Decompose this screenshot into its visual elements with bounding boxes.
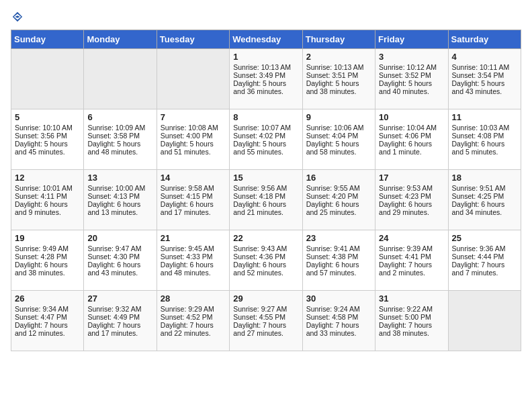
sunset-text: Sunset: 3:54 PM: [452, 71, 504, 79]
day-number: 3: [379, 52, 444, 62]
day-number: 2: [306, 52, 371, 62]
daylight-text: Daylight: 7 hours and 17 minutes.: [87, 321, 140, 337]
sunset-text: Sunset: 4:23 PM: [379, 192, 431, 200]
sunset-text: Sunset: 4:25 PM: [452, 192, 504, 200]
day-number: 5: [15, 112, 80, 122]
calendar-cell: 9Sunrise: 10:06 AMSunset: 4:04 PMDayligh…: [302, 109, 375, 170]
day-number: 22: [233, 233, 298, 243]
daylight-text: Daylight: 6 hours and 9 minutes.: [15, 200, 68, 216]
day-number: 9: [306, 112, 371, 122]
day-number: 27: [87, 293, 152, 304]
sunrise-text: Sunrise: 9:32 AM: [87, 305, 141, 313]
sunset-text: Sunset: 4:13 PM: [87, 192, 140, 200]
sunset-text: Sunset: 5:00 PM: [379, 313, 431, 321]
daylight-text: Daylight: 7 hours and 33 minutes.: [306, 321, 359, 337]
sunrise-text: Sunrise: 10:12 AM: [379, 63, 437, 71]
calendar-cell: [448, 291, 521, 351]
sunset-text: Sunset: 4:00 PM: [161, 132, 213, 140]
daylight-text: Daylight: 7 hours and 22 minutes.: [161, 321, 214, 337]
daylight-text: Daylight: 5 hours and 51 minutes.: [161, 140, 214, 156]
calendar-week-row: 26Sunrise: 9:34 AMSunset: 4:47 PMDayligh…: [11, 291, 521, 351]
daylight-text: Daylight: 7 hours and 38 minutes.: [379, 321, 432, 337]
weekday-header: Saturday: [448, 30, 521, 49]
calendar-cell: 15Sunrise: 9:56 AMSunset: 4:18 PMDayligh…: [230, 170, 302, 230]
calendar-week-row: 19Sunrise: 9:49 AMSunset: 4:28 PMDayligh…: [11, 230, 521, 291]
day-number: 31: [379, 293, 444, 304]
sunset-text: Sunset: 4:58 PM: [306, 313, 359, 321]
daylight-text: Daylight: 6 hours and 43 minutes.: [87, 261, 140, 277]
calendar-week-row: 1Sunrise: 10:13 AMSunset: 3:49 PMDayligh…: [11, 49, 521, 109]
calendar-cell: 8Sunrise: 10:07 AMSunset: 4:02 PMDayligh…: [230, 109, 302, 170]
daylight-text: Daylight: 6 hours and 25 minutes.: [306, 200, 359, 216]
calendar-cell: 28Sunrise: 9:29 AMSunset: 4:52 PMDayligh…: [157, 291, 229, 351]
calendar-cell: 12Sunrise: 10:01 AMSunset: 4:11 PMDaylig…: [11, 170, 84, 230]
day-number: 4: [452, 52, 517, 62]
sunset-text: Sunset: 3:51 PM: [306, 71, 359, 79]
sunrise-text: Sunrise: 9:49 AM: [15, 244, 69, 253]
sunrise-text: Sunrise: 10:07 AM: [233, 124, 291, 132]
calendar-cell: 3Sunrise: 10:12 AMSunset: 3:52 PMDayligh…: [375, 49, 448, 109]
daylight-text: Daylight: 5 hours and 43 minutes.: [452, 79, 505, 95]
sunrise-text: Sunrise: 10:03 AM: [452, 124, 510, 132]
calendar-cell: 14Sunrise: 9:58 AMSunset: 4:15 PMDayligh…: [157, 170, 229, 230]
sunrise-text: Sunrise: 9:53 AM: [379, 184, 433, 192]
sunset-text: Sunset: 3:56 PM: [15, 132, 67, 140]
sunset-text: Sunset: 4:28 PM: [15, 253, 67, 261]
sunrise-text: Sunrise: 10:00 AM: [87, 184, 145, 192]
day-number: 20: [87, 233, 152, 243]
sunset-text: Sunset: 4:49 PM: [87, 313, 140, 321]
sunrise-text: Sunrise: 9:51 AM: [452, 184, 506, 192]
calendar-cell: 30Sunrise: 9:24 AMSunset: 4:58 PMDayligh…: [302, 291, 375, 351]
daylight-text: Daylight: 5 hours and 58 minutes.: [306, 140, 359, 156]
sunrise-text: Sunrise: 9:29 AM: [161, 305, 214, 313]
daylight-text: Daylight: 6 hours and 48 minutes.: [161, 261, 214, 277]
sunset-text: Sunset: 4:06 PM: [379, 132, 431, 140]
calendar-cell: [157, 49, 229, 109]
sunset-text: Sunset: 4:30 PM: [87, 253, 140, 261]
calendar-cell: 25Sunrise: 9:36 AMSunset: 4:44 PMDayligh…: [448, 230, 521, 291]
daylight-text: Daylight: 6 hours and 38 minutes.: [15, 261, 68, 277]
calendar-cell: 24Sunrise: 9:39 AMSunset: 4:41 PMDayligh…: [375, 230, 448, 291]
daylight-text: Daylight: 6 hours and 1 minute.: [379, 140, 432, 156]
weekday-header: Sunday: [11, 30, 84, 49]
day-number: 15: [233, 173, 298, 183]
sunrise-text: Sunrise: 10:11 AM: [452, 63, 510, 71]
logo: [11, 11, 24, 23]
calendar-cell: 6Sunrise: 10:09 AMSunset: 3:58 PMDayligh…: [84, 109, 157, 170]
day-number: 30: [306, 293, 371, 304]
calendar-cell: [11, 49, 84, 109]
sunrise-text: Sunrise: 10:08 AM: [161, 124, 218, 132]
calendar-cell: 29Sunrise: 9:27 AMSunset: 4:55 PMDayligh…: [230, 291, 302, 351]
sunrise-text: Sunrise: 9:47 AM: [87, 244, 141, 253]
calendar-cell: 21Sunrise: 9:45 AMSunset: 4:33 PMDayligh…: [157, 230, 229, 291]
daylight-text: Daylight: 6 hours and 52 minutes.: [233, 261, 286, 277]
calendar-cell: 10Sunrise: 10:04 AMSunset: 4:06 PMDaylig…: [375, 109, 448, 170]
sunrise-text: Sunrise: 9:39 AM: [379, 244, 433, 253]
daylight-text: Daylight: 6 hours and 17 minutes.: [161, 200, 214, 216]
calendar-cell: 16Sunrise: 9:55 AMSunset: 4:20 PMDayligh…: [302, 170, 375, 230]
sunset-text: Sunset: 4:04 PM: [306, 132, 359, 140]
sunset-text: Sunset: 4:33 PM: [161, 253, 213, 261]
day-number: 25: [452, 233, 517, 243]
sunrise-text: Sunrise: 9:55 AM: [306, 184, 360, 192]
calendar-cell: 31Sunrise: 9:22 AMSunset: 5:00 PMDayligh…: [375, 291, 448, 351]
calendar-cell: 5Sunrise: 10:10 AMSunset: 3:56 PMDayligh…: [11, 109, 84, 170]
sunset-text: Sunset: 4:41 PM: [379, 253, 431, 261]
day-number: 21: [161, 233, 226, 243]
daylight-text: Daylight: 7 hours and 27 minutes.: [233, 321, 286, 337]
sunset-text: Sunset: 4:44 PM: [452, 253, 504, 261]
calendar-cell: 13Sunrise: 10:00 AMSunset: 4:13 PMDaylig…: [84, 170, 157, 230]
sunrise-text: Sunrise: 9:56 AM: [233, 184, 287, 192]
daylight-text: Daylight: 5 hours and 38 minutes.: [306, 79, 359, 95]
daylight-text: Daylight: 7 hours and 12 minutes.: [15, 321, 68, 337]
day-number: 6: [87, 112, 152, 122]
sunset-text: Sunset: 4:11 PM: [15, 192, 67, 200]
day-number: 26: [15, 293, 80, 304]
logo-icon: [11, 11, 24, 23]
sunrise-text: Sunrise: 10:01 AM: [15, 184, 73, 192]
day-number: 13: [87, 173, 152, 183]
day-number: 11: [452, 112, 517, 122]
day-number: 24: [379, 233, 444, 243]
sunrise-text: Sunrise: 10:10 AM: [15, 124, 73, 132]
day-number: 1: [233, 52, 298, 62]
